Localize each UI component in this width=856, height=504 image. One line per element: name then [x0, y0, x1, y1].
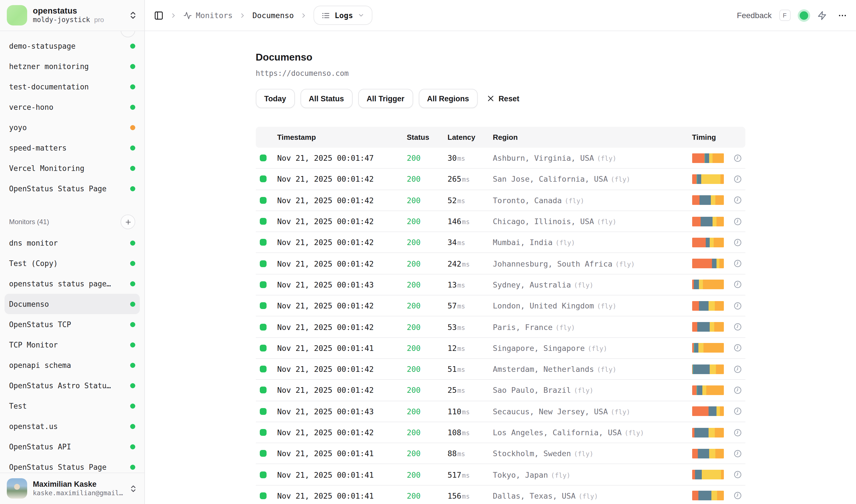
breadcrumb-documenso[interactable]: Documenso: [252, 11, 294, 20]
chevron-right-icon: [300, 12, 307, 19]
clock-icon[interactable]: [733, 238, 742, 247]
log-row[interactable]: Nov 21, 2025 00:01:43200110msSecaucus, N…: [256, 401, 745, 422]
clock-icon[interactable]: [733, 217, 742, 226]
view-selector-logs[interactable]: Logs: [314, 6, 372, 25]
sidebar-item-monitor[interactable]: Documenso: [4, 294, 140, 314]
row-region: Sao Paulo, Brazil(fly): [493, 386, 692, 395]
timing-segment-tls: [694, 343, 699, 353]
sidebar-toggle-icon[interactable]: [154, 11, 164, 20]
sidebar-item-label: test-documentation: [9, 82, 89, 91]
top-bar-actions: Feedback F: [737, 10, 847, 21]
workspace-switcher[interactable]: openstatus moldy-joystick pro: [0, 0, 144, 31]
timing-bar: [692, 301, 724, 310]
sidebar-item-status-page[interactable]: yoyo: [4, 117, 140, 138]
clock-icon[interactable]: [733, 386, 742, 395]
sidebar-item-monitor[interactable]: OpenStatus Status Page: [4, 457, 140, 472]
clock-icon[interactable]: [733, 281, 742, 289]
sidebar-item-status-page[interactable]: test-documentation: [4, 76, 140, 97]
log-row[interactable]: Nov 21, 2025 00:01:4220051msAmsterdam, N…: [256, 359, 745, 380]
row-latency: 265ms: [448, 175, 493, 184]
row-region: Dallas, Texas, USA(fly): [493, 491, 692, 500]
row-status-code: 200: [407, 470, 448, 479]
clock-icon[interactable]: [733, 407, 742, 415]
log-row[interactable]: Nov 21, 2025 00:01:4220057msLondon, Unit…: [256, 295, 745, 317]
status-dot: [130, 145, 135, 150]
reset-filters-button[interactable]: Reset: [487, 94, 519, 103]
clock-icon[interactable]: [733, 470, 742, 479]
log-row[interactable]: Nov 21, 2025 00:01:42200265msSan Jose, C…: [256, 169, 745, 190]
log-row[interactable]: Nov 21, 2025 00:01:42200146msChicago, Il…: [256, 211, 745, 232]
zap-icon[interactable]: [817, 11, 826, 20]
sidebar-item-monitor[interactable]: openstatus status page…: [4, 273, 140, 294]
clock-icon[interactable]: [733, 175, 742, 183]
timing-segment-dns: [692, 238, 706, 247]
row-status-code: 200: [407, 322, 448, 331]
clock-icon[interactable]: [733, 154, 742, 162]
clock-icon[interactable]: [733, 491, 742, 500]
timing-bar: [692, 428, 724, 437]
sidebar-item-status-page[interactable]: verce-hono: [4, 97, 140, 117]
col-timing: Timing: [692, 133, 745, 142]
timing-segment-ttfb: [712, 491, 717, 501]
sidebar-item-status-page[interactable]: Vercel Monitoring: [4, 158, 140, 178]
log-row[interactable]: Nov 21, 2025 00:01:4220053msParis, Franc…: [256, 317, 745, 338]
sidebar-item-monitor[interactable]: Test: [4, 396, 140, 416]
timing-segment-tls: [699, 301, 709, 310]
log-row[interactable]: Nov 21, 2025 00:01:4120088msStockholm, S…: [256, 443, 745, 464]
timing-segment-transfer: [712, 153, 724, 163]
clock-icon[interactable]: [733, 365, 742, 373]
sidebar-item-monitor[interactable]: TCP Monitor: [4, 335, 140, 355]
log-row[interactable]: Nov 21, 2025 00:01:42200242msJohannesbur…: [256, 253, 745, 274]
sidebar-item-monitor[interactable]: dns monitor: [4, 233, 140, 253]
sidebar-item-monitor[interactable]: openstat.us: [4, 416, 140, 436]
sidebar-item-label: OpenStatus Status Page: [9, 463, 106, 471]
sidebar-item-monitor[interactable]: openapi schema: [4, 355, 140, 375]
sidebar-item-status-page[interactable]: hetzner monitoring: [4, 56, 140, 76]
filter-trigger[interactable]: All Trigger: [358, 89, 413, 108]
sidebar-item-monitor[interactable]: Test (Copy): [4, 253, 140, 273]
row-region: Secaucus, New Jersey, USA(fly): [493, 407, 692, 416]
log-row[interactable]: Nov 21, 2025 00:01:4720030msAshburn, Vir…: [256, 148, 745, 169]
list-icon: [321, 11, 330, 19]
clock-icon[interactable]: [733, 428, 742, 437]
sidebar-item-status-page[interactable]: OpenStatus Status Page: [4, 178, 140, 199]
sidebar-item-label: openstatus status page…: [9, 279, 111, 288]
timing-bar: [692, 364, 724, 374]
log-row[interactable]: Nov 21, 2025 00:01:42200108msLos Angeles…: [256, 422, 745, 444]
clock-icon[interactable]: [733, 323, 742, 331]
sidebar-item-monitor[interactable]: OpenStatus TCP: [4, 314, 140, 335]
log-row[interactable]: Nov 21, 2025 00:01:4220025msSao Paulo, B…: [256, 380, 745, 401]
log-row[interactable]: Nov 21, 2025 00:01:41200156msDallas, Tex…: [256, 486, 745, 504]
sidebar-item-monitor[interactable]: OpenStatus Astro Statu…: [4, 375, 140, 396]
status-dot: [130, 424, 135, 429]
sidebar-item-monitor[interactable]: OpenStatus API: [4, 436, 140, 457]
clock-icon[interactable]: [733, 449, 742, 458]
clock-icon[interactable]: [733, 301, 742, 310]
global-status-indicator[interactable]: [799, 11, 808, 19]
more-options-button[interactable]: [837, 11, 847, 20]
filter-date[interactable]: Today: [256, 89, 295, 108]
clock-icon[interactable]: [733, 344, 742, 352]
log-row[interactable]: Nov 21, 2025 00:01:4220052msToronto, Can…: [256, 190, 745, 211]
log-row[interactable]: Nov 21, 2025 00:01:4220034msMumbai, Indi…: [256, 232, 745, 253]
feedback-button[interactable]: Feedback: [737, 11, 772, 20]
row-timestamp: Nov 21, 2025 00:01:42: [277, 196, 407, 204]
sidebar-item-status-page[interactable]: speed-matters: [4, 138, 140, 158]
sidebar-item-label: yoyo: [9, 123, 27, 131]
user-menu[interactable]: Maximilian Kaske kaske.maximilian@gmail…: [0, 472, 144, 504]
row-status-indicator: [260, 155, 267, 161]
timing-segment-tls: [698, 491, 712, 501]
log-row[interactable]: Nov 21, 2025 00:01:4120012msSingapore, S…: [256, 338, 745, 359]
breadcrumb-monitors[interactable]: Monitors: [183, 11, 233, 20]
filter-regions[interactable]: All Regions: [418, 89, 478, 108]
timing-segment-ttfb: [701, 174, 720, 184]
log-row[interactable]: Nov 21, 2025 00:01:41200517msTokyo, Japa…: [256, 464, 745, 486]
row-status-indicator: [260, 345, 267, 352]
log-row[interactable]: Nov 21, 2025 00:01:4320013msSydney, Aust…: [256, 274, 745, 296]
clock-icon[interactable]: [733, 259, 742, 268]
sidebar-item-status-page[interactable]: demo-statuspage: [4, 36, 140, 56]
add-monitor-button[interactable]: [121, 215, 135, 229]
filter-status[interactable]: All Status: [300, 89, 353, 108]
clock-icon[interactable]: [733, 196, 742, 204]
row-latency: 53ms: [448, 322, 493, 331]
